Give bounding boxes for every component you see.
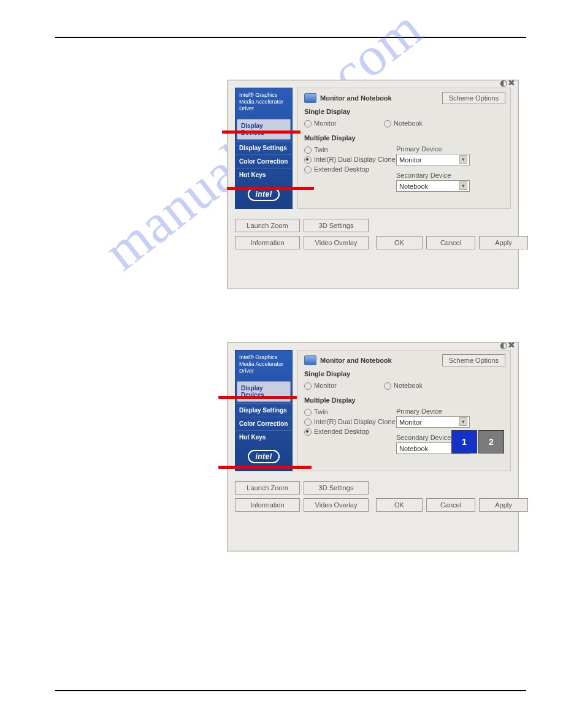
intel-logo: intel: [236, 181, 292, 208]
secondary-device-select[interactable]: Notebook: [396, 180, 470, 192]
launch-zoom-button[interactable]: Launch Zoom: [235, 219, 300, 232]
primary-device-select[interactable]: Monitor: [396, 154, 470, 165]
apply-button[interactable]: Apply: [479, 236, 528, 249]
single-display-label: Single Display: [304, 370, 504, 377]
sidebar-item-color-correction[interactable]: Color Correction: [236, 417, 292, 430]
highlight-extended-desktop-2: [218, 466, 312, 469]
launch-zoom-button[interactable]: Launch Zoom: [235, 481, 300, 495]
3d-settings-button[interactable]: 3D Settings: [304, 219, 369, 232]
single-display-label: Single Display: [304, 108, 504, 115]
page-root: manualslive.com ◐✖ Intel® Graphics Media…: [0, 0, 563, 728]
video-overlay-button[interactable]: Video Overlay: [304, 498, 369, 512]
primary-device-select[interactable]: Monitor: [396, 416, 470, 428]
titlebar-icons: ◐✖: [500, 340, 516, 350]
close-icon[interactable]: ✖: [508, 340, 516, 350]
sidebar-item-hot-keys[interactable]: Hot Keys: [236, 430, 292, 444]
sidebar: Intel® Graphics Media Accelerator Driver…: [235, 350, 293, 471]
page-top-rule: [55, 37, 526, 38]
panel-title: Monitor and Notebook: [320, 94, 392, 102]
sidebar-item-hot-keys[interactable]: Hot Keys: [236, 168, 292, 181]
scheme-options-button[interactable]: Scheme Options: [442, 92, 505, 104]
help-icon[interactable]: ◐: [500, 78, 508, 88]
help-icon[interactable]: ◐: [500, 340, 508, 350]
radio-monitor[interactable]: Monitor: [304, 119, 384, 127]
intel-display-dialog-1: ◐✖ Intel® Graphics Media Accelerator Dri…: [227, 80, 519, 289]
cancel-button[interactable]: Cancel: [426, 498, 475, 512]
sidebar-item-color-correction[interactable]: Color Correction: [236, 154, 292, 168]
bottom-button-bar: Launch Zoom Information 3D Settings Vide…: [228, 214, 518, 256]
radio-monitor[interactable]: Monitor: [304, 382, 384, 390]
sidebar-item-display-devices[interactable]: Display Devices: [237, 381, 291, 402]
display-arrangement-thumbnails[interactable]: 1 2: [451, 430, 504, 453]
multiple-display-label: Multiple Display: [304, 134, 504, 142]
radio-extended-desktop[interactable]: Extended Desktop: [304, 165, 396, 173]
titlebar-icons: ◐✖: [500, 78, 516, 88]
secondary-device-label: Secondary Device: [396, 172, 470, 179]
highlight-display-devices-2: [218, 396, 297, 399]
radio-twin[interactable]: Twin: [304, 408, 396, 416]
sidebar-driver-title: Intel® Graphics Media Accelerator Driver: [236, 88, 292, 118]
sidebar-item-display-devices[interactable]: Display Devices: [237, 119, 291, 140]
radio-dual-display-clone[interactable]: Intel(R) Dual Display Clone: [304, 418, 396, 426]
thumb-secondary[interactable]: 2: [478, 430, 504, 453]
highlight-dual-clone-1: [227, 187, 314, 190]
radio-twin[interactable]: Twin: [304, 146, 396, 154]
primary-device-label: Primary Device: [396, 408, 470, 415]
3d-settings-button[interactable]: 3D Settings: [304, 481, 369, 495]
monitor-icon: [304, 355, 316, 365]
primary-device-label: Primary Device: [396, 145, 470, 153]
information-button[interactable]: Information: [235, 236, 300, 249]
cancel-button[interactable]: Cancel: [426, 236, 475, 249]
scheme-options-button[interactable]: Scheme Options: [442, 354, 505, 366]
bottom-button-bar: Launch Zoom Information 3D Settings Vide…: [228, 476, 518, 518]
sidebar-driver-title: Intel® Graphics Media Accelerator Driver: [236, 351, 292, 380]
radio-dual-display-clone[interactable]: Intel(R) Dual Display Clone: [304, 156, 396, 164]
ok-button[interactable]: OK: [376, 236, 423, 249]
radio-notebook[interactable]: Notebook: [384, 382, 423, 390]
sidebar-item-display-settings[interactable]: Display Settings: [236, 403, 292, 417]
settings-panel: Monitor and Notebook Scheme Options Sing…: [297, 88, 511, 209]
settings-panel: Monitor and Notebook Scheme Options Sing…: [297, 350, 511, 471]
multiple-display-label: Multiple Display: [304, 396, 504, 404]
page-bottom-rule: [55, 690, 526, 691]
monitor-icon: [304, 93, 316, 103]
apply-button[interactable]: Apply: [479, 498, 528, 512]
intel-display-dialog-2: ◐✖ Intel® Graphics Media Accelerator Dri…: [227, 342, 519, 552]
highlight-display-devices-1: [222, 131, 301, 134]
sidebar-item-display-settings[interactable]: Display Settings: [236, 141, 292, 154]
information-button[interactable]: Information: [235, 498, 300, 512]
close-icon[interactable]: ✖: [508, 78, 516, 88]
video-overlay-button[interactable]: Video Overlay: [304, 236, 369, 249]
panel-title: Monitor and Notebook: [320, 357, 392, 364]
radio-notebook[interactable]: Notebook: [384, 119, 423, 127]
thumb-primary[interactable]: 1: [451, 430, 477, 453]
sidebar: Intel® Graphics Media Accelerator Driver…: [235, 88, 293, 209]
ok-button[interactable]: OK: [376, 498, 423, 512]
radio-extended-desktop[interactable]: Extended Desktop: [304, 428, 396, 436]
